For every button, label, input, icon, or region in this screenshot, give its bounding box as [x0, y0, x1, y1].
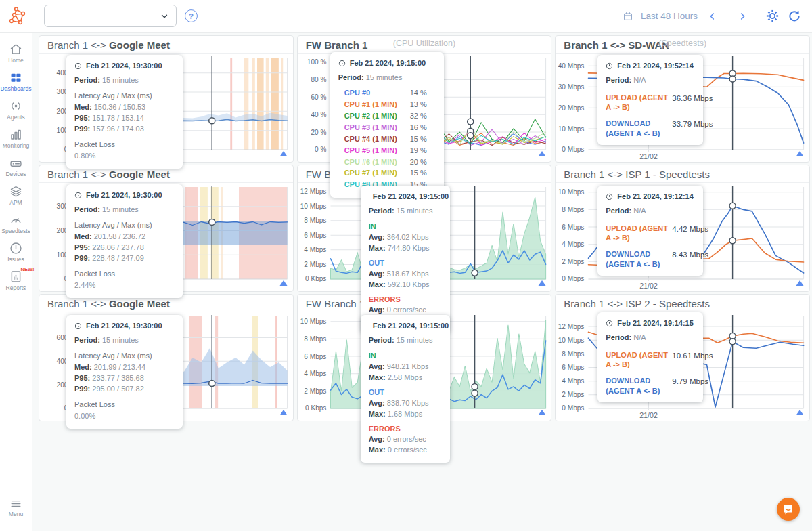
apm-icon — [9, 184, 23, 198]
chart-zoom-anchor-icon[interactable] — [796, 410, 804, 415]
widget-grid: Branch 1 <-> Google Meet010020030040021/… — [39, 35, 810, 421]
sidebar-item-home[interactable]: Home — [0, 42, 32, 64]
tooltip-row: Max: 1.68 Mbps — [369, 409, 442, 420]
clock-icon — [74, 62, 82, 70]
sidebar-item-monitoring[interactable]: Monitoring — [0, 127, 32, 149]
sidebar-item-devices[interactable]: Devices — [0, 156, 32, 177]
chart-tooltip: Feb 21 2024, 19:30:00Period: 15 minutesL… — [66, 55, 183, 169]
tooltip-row: Med: 201.99 / 213.44 — [74, 362, 175, 373]
widget-title: Branch 1 <-> SD-WAN — [564, 39, 669, 51]
y-tick-label: 8 Mbps — [304, 217, 326, 224]
prev-period-button[interactable] — [698, 11, 727, 22]
alert-band — [266, 58, 269, 150]
tooltip-row: CPU #1 (1 MIN)13 % — [338, 100, 436, 110]
tooltip-period: Period: 15 minutes — [74, 335, 175, 346]
tooltip-row: Max: 744.80 Kbps — [369, 243, 442, 254]
sidebar-item-label: APM — [9, 199, 22, 206]
chart-zoom-anchor-icon[interactable] — [279, 280, 287, 286]
dashboard-select[interactable] — [44, 5, 177, 27]
settings-button[interactable] — [757, 9, 780, 23]
tooltip-row: Max: 2.58 Mbps — [369, 373, 442, 383]
tooltip-row: Max: 0 errors/sec — [369, 445, 442, 456]
widget-header: FW Branch 1(CPU Utilization) — [298, 36, 551, 54]
monitoring-icon — [9, 127, 23, 142]
time-range-button[interactable]: Last 48 Hours — [623, 11, 698, 22]
tooltip-section-title: ERRORS — [369, 424, 442, 435]
sidebar-item-label: Monitoring — [3, 142, 30, 149]
y-tick-label: 80 % — [311, 76, 326, 83]
sidebar-item-label: Reports — [6, 284, 26, 291]
tooltip-row: UPLOAD (AGENT A -> B)36.36 Mbps — [606, 93, 695, 112]
tooltip-row: CPU #3 (1 MIN)16 % — [338, 123, 436, 133]
tooltip-period: Period: N/A — [606, 206, 695, 217]
tooltip-period: Period: 15 minutes — [74, 75, 175, 86]
new-badge: NEW! — [21, 266, 35, 272]
alert-band — [281, 58, 283, 150]
y-tick-label: 20 Mbps — [558, 104, 585, 112]
tooltip-row: Avg: 838.70 Kbps — [369, 398, 442, 409]
tooltip-row: Avg: 0 errors/sec — [369, 434, 442, 445]
alert-band — [230, 58, 232, 150]
y-tick-label: 12 Mbps — [300, 188, 326, 195]
home-icon — [9, 42, 23, 56]
tooltip-row: CPU #7 (1 MIN)15 % — [338, 168, 436, 179]
tooltip-timestamp: Feb 21 2024, 19:15:00 — [369, 192, 442, 203]
chart-zoom-anchor-icon[interactable] — [279, 151, 287, 156]
brand-network-icon — [6, 6, 26, 26]
y-tick-label: 0 % — [315, 146, 326, 154]
chart-zoom-anchor-icon[interactable] — [796, 151, 804, 156]
alert-band — [252, 58, 255, 150]
y-tick-label: 8 Mbps — [562, 350, 585, 358]
y-tick-label: 10 Mbps — [558, 188, 585, 196]
hover-marker — [729, 76, 736, 82]
tooltip-row: DOWNLOAD (AGENT A <- B)8.43 Mbps — [606, 249, 695, 269]
sidebar-menu-button[interactable]: Menu — [0, 497, 32, 517]
sidebar-item-agents[interactable]: Agents — [0, 99, 32, 121]
tooltip-row: CPU #014 % — [338, 88, 436, 99]
sidebar-item-reports[interactable]: ReportsNEW! — [0, 270, 32, 291]
chat-bubble-icon — [782, 503, 794, 515]
tooltip-row: P95: 226.06 / 237.78 — [74, 242, 175, 253]
chevron-right-icon — [737, 11, 748, 22]
chart-zoom-anchor-icon[interactable] — [538, 280, 545, 286]
y-tick-label: 40 Mbps — [558, 62, 585, 70]
tooltip-row: Avg: 364.02 Kbps — [369, 232, 442, 243]
tooltip-timestamp: Feb 21 2024, 19:12:14 — [606, 192, 695, 203]
chart-zoom-anchor-icon[interactable] — [279, 410, 287, 415]
refresh-button[interactable] — [780, 9, 801, 23]
y-tick-label: 2 Mbps — [562, 258, 585, 266]
tooltip-timestamp: Feb 21 2024, 19:15:00 — [369, 321, 442, 332]
help-icon[interactable]: ? — [185, 9, 198, 22]
alert-band — [271, 58, 279, 150]
chart-tooltip: Feb 21 2024, 19:15:00Period: 15 minutesI… — [361, 186, 450, 333]
tooltip-period: Period: 15 minutes — [74, 205, 175, 215]
chart-tooltip: Feb 21 2024, 19:30:00Period: 15 minutesL… — [66, 315, 183, 429]
chat-button[interactable] — [777, 498, 800, 521]
topbar: ? Last 48 Hours — [32, 0, 812, 33]
clock-icon — [338, 60, 346, 67]
y-tick-label: 4 Mbps — [304, 246, 326, 253]
sidebar-item-dashboards[interactable]: Dashboards — [0, 70, 32, 92]
chart-zoom-anchor-icon[interactable] — [538, 410, 545, 415]
chart-tooltip: Feb 21 2024, 19:15:00Period: 15 minutesI… — [361, 315, 450, 463]
tooltip-section-title: ERRORS — [369, 295, 442, 305]
app-logo[interactable] — [0, 0, 32, 33]
sidebar-item-speedtests[interactable]: Speedtests — [0, 213, 32, 234]
chart-zoom-anchor-icon[interactable] — [796, 280, 804, 286]
time-range-label: Last 48 Hours — [641, 11, 698, 21]
widget-title: Branch 1 <-> ISP 2 - Speedtests — [564, 298, 710, 310]
sidebar-item-issues[interactable]: Issues — [0, 241, 32, 263]
sidebar-item-apm[interactable]: APM — [0, 184, 32, 206]
widget-header: Branch 1 <-> Google Meet — [39, 36, 293, 54]
tooltip-row: CPU #2 (1 MIN)32 % — [338, 111, 436, 122]
dashboard-content: Branch 1 <-> Google Meet010020030040021/… — [32, 33, 812, 531]
y-tick-label: 12 Mbps — [558, 323, 585, 331]
y-tick-label: 4 Mbps — [562, 377, 585, 385]
chart-zoom-anchor-icon[interactable] — [538, 151, 545, 156]
y-tick-label: 4 Mbps — [562, 240, 585, 248]
tooltip-row: P95: 151.78 / 153.14 — [74, 113, 175, 124]
tooltip-timestamp: Feb 21 2024, 19:52:14 — [606, 61, 695, 72]
tooltip-row: Avg: 948.21 Kbps — [369, 362, 442, 373]
next-period-button[interactable] — [727, 11, 757, 22]
sidebar: HomeDashboardsAgentsMonitoringDevicesAPM… — [0, 33, 32, 531]
